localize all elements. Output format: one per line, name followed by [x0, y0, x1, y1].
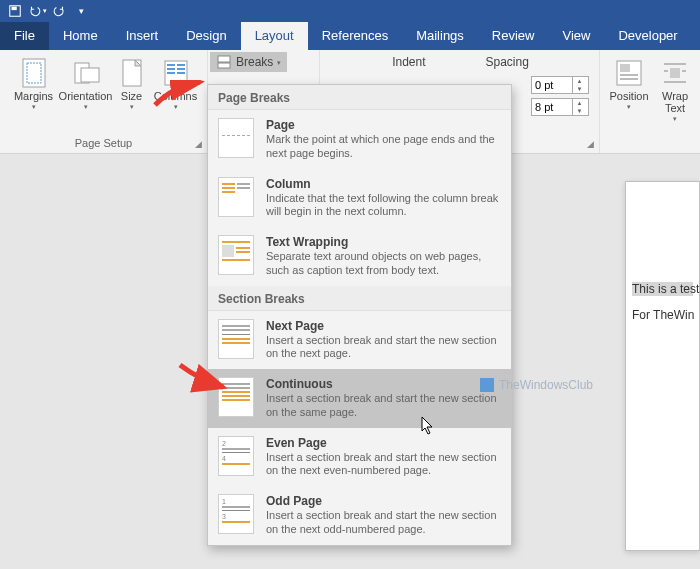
undo-icon[interactable]: ▾ — [26, 1, 48, 21]
svg-rect-23 — [682, 70, 686, 72]
svg-rect-11 — [177, 64, 185, 66]
tab-layout[interactable]: Layout — [241, 22, 308, 50]
tab-mailings[interactable]: Mailings — [402, 22, 478, 50]
svg-rect-9 — [167, 68, 175, 70]
document-text-line: This is a test — [632, 282, 693, 296]
breaks-button[interactable]: Breaks▾ — [210, 52, 287, 72]
svg-rect-14 — [218, 56, 230, 62]
chevron-down-icon: ▾ — [673, 115, 677, 123]
wrap-text-icon — [660, 58, 690, 88]
svg-rect-15 — [218, 63, 230, 68]
spacing-label: Spacing — [486, 55, 529, 69]
indent-label: Indent — [392, 55, 425, 69]
menu-item-even-page[interactable]: 24 Even PageInsert a section break and s… — [208, 428, 511, 487]
dropdown-section-section-breaks: Section Breaks — [208, 286, 511, 311]
menu-item-odd-page[interactable]: 13 Odd PageInsert a section break and st… — [208, 486, 511, 545]
qat-customize-icon[interactable]: ▾ — [70, 1, 92, 21]
next-page-icon — [218, 319, 254, 359]
svg-rect-18 — [620, 74, 638, 76]
svg-rect-13 — [177, 72, 185, 74]
cursor-icon — [421, 416, 437, 436]
chevron-down-icon: ▾ — [84, 103, 88, 111]
chevron-down-icon: ▾ — [32, 103, 36, 111]
position-button[interactable]: Position▾ — [605, 56, 653, 125]
spacing-before-input[interactable]: ▲▼ — [531, 76, 589, 94]
spacing-after-input[interactable]: ▲▼ — [531, 98, 589, 116]
group-label-page-setup: Page Setup — [75, 137, 133, 151]
size-icon — [117, 58, 147, 88]
svg-rect-12 — [177, 68, 185, 70]
breaks-icon — [216, 54, 232, 70]
menu-item-next-page[interactable]: Next PageInsert a section break and star… — [208, 311, 511, 370]
spinner-up-icon[interactable]: ▲ — [573, 77, 586, 85]
document-page[interactable]: This is a test For TheWin — [625, 181, 700, 551]
tab-insert[interactable]: Insert — [112, 22, 173, 50]
breaks-dropdown: Page Breaks PageMark the point at which … — [207, 84, 512, 546]
even-page-icon: 24 — [218, 436, 254, 476]
page-break-icon — [218, 118, 254, 158]
menu-item-column[interactable]: ColumnIndicate that the text following t… — [208, 169, 511, 228]
tab-developer[interactable]: Developer — [604, 22, 691, 50]
group-page-setup: Margins▾ Orientation▾ Size▾ Columns▾ Pag… — [0, 50, 208, 153]
group-arrange: Position▾ Wrap Text▾ — [600, 50, 700, 153]
size-button[interactable]: Size▾ — [113, 56, 151, 113]
orientation-button[interactable]: Orientation▾ — [61, 56, 111, 113]
margins-button[interactable]: Margins▾ — [9, 56, 59, 113]
dropdown-section-page-breaks: Page Breaks — [208, 85, 511, 110]
columns-icon — [161, 58, 191, 88]
margins-icon — [19, 58, 49, 88]
title-bar: ▾ ▾ — [0, 0, 700, 22]
dialog-launcher-icon[interactable]: ◢ — [192, 138, 204, 150]
column-break-icon — [218, 177, 254, 217]
tab-view[interactable]: View — [548, 22, 604, 50]
dialog-launcher-icon[interactable]: ◢ — [584, 138, 596, 150]
spinner-up-icon[interactable]: ▲ — [573, 99, 586, 107]
tab-help[interactable]: Help — [692, 22, 700, 50]
svg-rect-19 — [620, 78, 638, 80]
document-text-line: For TheWin — [632, 308, 693, 322]
svg-rect-24 — [664, 81, 686, 83]
tab-file[interactable]: File — [0, 22, 49, 50]
svg-rect-10 — [167, 72, 175, 74]
menu-item-text-wrapping[interactable]: Text WrappingSeparate text around object… — [208, 227, 511, 286]
watermark: TheWindowsClub — [480, 378, 593, 392]
position-icon — [614, 58, 644, 88]
svg-rect-20 — [670, 68, 680, 78]
spinner-down-icon[interactable]: ▼ — [573, 85, 586, 93]
columns-button[interactable]: Columns▾ — [153, 56, 199, 113]
save-icon[interactable] — [4, 1, 26, 21]
ribbon-tabs: File Home Insert Design Layout Reference… — [0, 22, 700, 50]
chevron-down-icon: ▾ — [277, 59, 281, 67]
spinner-down-icon[interactable]: ▼ — [573, 107, 586, 115]
redo-icon[interactable] — [48, 1, 70, 21]
menu-item-page[interactable]: PageMark the point at which one page end… — [208, 110, 511, 169]
menu-item-continuous[interactable]: ContinuousInsert a section break and sta… — [208, 369, 511, 428]
tab-home[interactable]: Home — [49, 22, 112, 50]
svg-rect-21 — [664, 63, 686, 65]
wrap-text-button[interactable]: Wrap Text▾ — [655, 56, 695, 125]
svg-rect-5 — [81, 68, 99, 82]
chevron-down-icon: ▾ — [174, 103, 178, 111]
tab-review[interactable]: Review — [478, 22, 549, 50]
chevron-down-icon: ▾ — [627, 103, 631, 111]
tab-references[interactable]: References — [308, 22, 402, 50]
odd-page-icon: 13 — [218, 494, 254, 534]
continuous-icon — [218, 377, 254, 417]
svg-rect-17 — [620, 64, 630, 72]
svg-rect-1 — [12, 7, 17, 11]
chevron-down-icon: ▾ — [130, 103, 134, 111]
svg-rect-8 — [167, 64, 175, 66]
svg-rect-22 — [664, 70, 668, 72]
watermark-logo-icon — [480, 378, 494, 392]
tab-design[interactable]: Design — [172, 22, 240, 50]
text-wrapping-icon — [218, 235, 254, 275]
orientation-icon — [71, 58, 101, 88]
